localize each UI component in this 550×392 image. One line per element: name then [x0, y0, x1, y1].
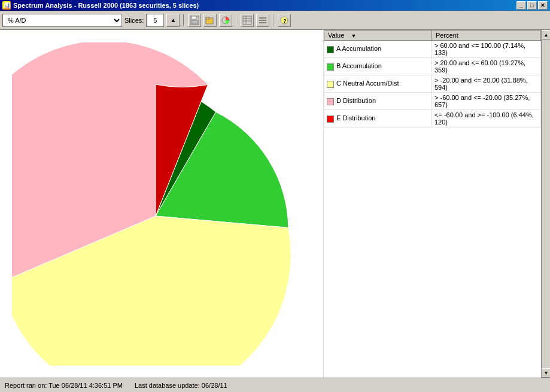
- legend-label: A Accumulation: [336, 45, 381, 52]
- legend-range: > 20.00 and <= 60.00 (19.27%, 359): [432, 58, 541, 75]
- maximize-button[interactable]: □: [527, 1, 537, 10]
- col-header-percent: Percent: [432, 31, 541, 41]
- right-panel: Value ▼ Percent A Accumulation> 60.00 an…: [323, 30, 550, 378]
- app-icon: 📊: [2, 1, 11, 10]
- legend-color-swatch: [327, 98, 334, 105]
- window-title: Spectrum Analysis - Russell 2000 (1863 s…: [13, 2, 199, 9]
- legend-area: Value ▼ Percent A Accumulation> 60.00 an…: [323, 30, 541, 378]
- report-date-label: Report ran on: Tue 06/28/11 4:36:51 PM: [5, 382, 123, 389]
- scroll-up-button[interactable]: ▲: [542, 30, 551, 39]
- legend-label: E Distribution: [336, 114, 375, 121]
- close-button[interactable]: ✕: [538, 1, 548, 10]
- legend-range: > -60.00 and <= -20.00 (35.27%, 657): [432, 93, 541, 110]
- title-bar: 📊 Spectrum Analysis - Russell 2000 (1863…: [0, 0, 550, 11]
- svg-text:?: ?: [283, 18, 287, 24]
- legend-row[interactable]: E Distribution<= -60.00 and >= -100.00 (…: [324, 110, 541, 127]
- legend-row[interactable]: A Accumulation> 60.00 and <= 100.00 (7.1…: [324, 41, 541, 58]
- save-button[interactable]: [188, 14, 201, 27]
- analysis-type-select[interactable]: % A/D: [2, 14, 122, 27]
- open-button[interactable]: [203, 14, 217, 27]
- legend-label: B Accumulation: [336, 62, 382, 69]
- sort-icon[interactable]: ▼: [351, 33, 356, 39]
- legend-range: <= -60.00 and >= -100.00 (6.44%, 120): [432, 110, 541, 127]
- legend-color-swatch: [327, 81, 334, 88]
- legend-row[interactable]: D Distribution> -60.00 and <= -20.00 (35…: [324, 93, 541, 110]
- svg-rect-4: [206, 17, 209, 19]
- legend-row[interactable]: C Neutral Accum/Dist> -20.00 and <= 20.0…: [324, 75, 541, 93]
- legend-range: > 60.00 and <= 100.00 (7.14%, 133): [432, 41, 541, 58]
- svg-rect-2: [192, 20, 197, 24]
- legend-range: > -20.00 and <= 20.00 (31.88%, 594): [432, 75, 541, 93]
- col-header-value: Value ▼: [324, 31, 432, 41]
- db-update-label: Last database update: 06/28/11: [135, 382, 227, 389]
- pie-chart: [12, 42, 311, 366]
- svg-rect-1: [192, 16, 196, 19]
- status-bar: Report ran on: Tue 06/28/11 4:36:51 PM L…: [0, 378, 550, 392]
- chart-area: [0, 30, 323, 378]
- toolbar-separator-2: [236, 14, 237, 26]
- legend-color-swatch: [327, 116, 334, 123]
- legend-label: C Neutral Accum/Dist: [336, 80, 399, 87]
- scroll-down-button[interactable]: ▼: [542, 368, 551, 378]
- legend-row[interactable]: B Accumulation> 20.00 and <= 60.00 (19.2…: [324, 58, 541, 75]
- svg-rect-6: [243, 16, 251, 25]
- list-view-button[interactable]: [256, 14, 269, 27]
- main-content: Value ▼ Percent A Accumulation> 60.00 an…: [0, 30, 550, 378]
- legend-table: Value ▼ Percent A Accumulation> 60.00 an…: [324, 30, 541, 127]
- slices-label: Slices:: [124, 17, 144, 24]
- table-view-button[interactable]: [241, 14, 254, 27]
- pie-chart-button[interactable]: [219, 14, 232, 27]
- legend-color-swatch: [327, 63, 334, 71]
- toolbar: % A/D Slices: ▲: [0, 11, 550, 30]
- help-button[interactable]: ?: [278, 14, 291, 27]
- toolbar-separator-3: [273, 14, 274, 26]
- slices-input[interactable]: [146, 14, 164, 27]
- slices-up-button[interactable]: ▲: [166, 14, 180, 27]
- legend-color-swatch: [327, 46, 334, 53]
- minimize-button[interactable]: _: [516, 1, 526, 10]
- title-controls[interactable]: _ □ ✕: [516, 1, 548, 10]
- toolbar-separator-1: [183, 14, 184, 26]
- scrollbar[interactable]: ▲ ▼: [541, 30, 550, 378]
- legend-label: D Distribution: [336, 97, 376, 104]
